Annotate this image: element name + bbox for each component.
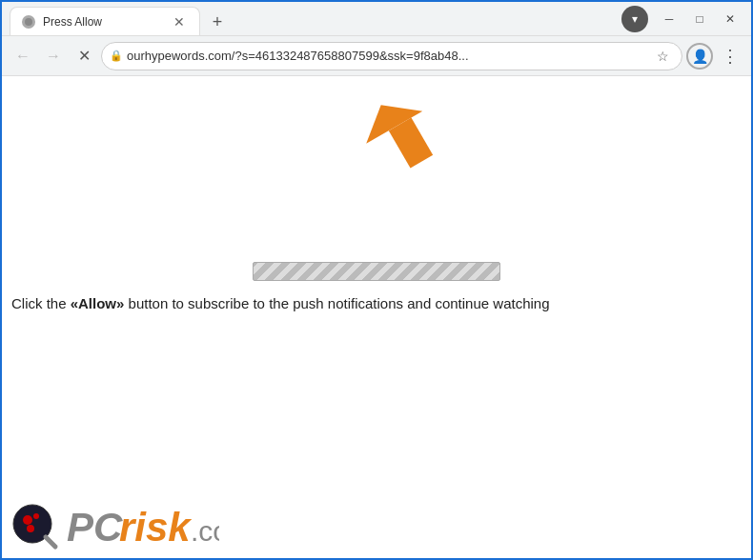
progress-bar: [253, 262, 500, 281]
title-bar: Press Allow ✕ + ─ □ ✕: [2, 2, 751, 36]
tab-close-button[interactable]: ✕: [171, 13, 188, 30]
progress-area: [253, 262, 500, 281]
back-button[interactable]: ←: [10, 43, 36, 70]
svg-text:risk: risk: [119, 505, 193, 549]
address-wrapper[interactable]: 🔒 ourhypewords.com/?s=461332487658807599…: [101, 42, 682, 70]
reload-button[interactable]: ✕: [71, 43, 97, 70]
svg-text:PC: PC: [67, 505, 123, 549]
svg-text:.com: .com: [191, 515, 219, 547]
close-button[interactable]: ✕: [717, 8, 743, 30]
pcrisk-icon: [11, 503, 59, 550]
arrow-icon: [354, 95, 468, 190]
chrome-dropdown-button[interactable]: [621, 6, 648, 32]
forward-button[interactable]: →: [40, 43, 67, 70]
tab-area: Press Allow ✕ +: [10, 2, 614, 35]
window-controls: ─ □ ✕: [656, 8, 743, 30]
profile-button[interactable]: 👤: [686, 43, 713, 70]
svg-point-4: [23, 515, 32, 525]
active-tab[interactable]: Press Allow ✕: [10, 7, 200, 35]
instruction-text: Click the «Allow» button to subscribe to…: [11, 293, 742, 315]
instruction-suffix: button to subscribe to the push notifica…: [124, 295, 549, 311]
lock-icon: 🔒: [110, 50, 123, 62]
instruction-prefix: Click the: [11, 295, 71, 311]
tab-favicon: [22, 15, 35, 29]
address-bar: ← → ✕ 🔒 ourhypewords.com/?s=461332487658…: [2, 36, 751, 76]
arrow-container: [354, 95, 468, 194]
chrome-menu-button[interactable]: ⋮: [717, 43, 743, 70]
svg-line-7: [46, 537, 55, 547]
minimize-button[interactable]: ─: [656, 8, 682, 30]
pcrisk-text: PC risk .com: [67, 501, 219, 552]
bookmark-star-icon[interactable]: ☆: [651, 45, 674, 68]
instruction-allow: «Allow»: [71, 295, 125, 311]
new-tab-button[interactable]: +: [204, 9, 231, 35]
tab-title: Press Allow: [43, 15, 163, 29]
svg-point-5: [33, 513, 39, 519]
maximize-button[interactable]: □: [686, 8, 713, 30]
page-content: Click the «Allow» button to subscribe to…: [2, 76, 751, 560]
pcrisk-logo: PC risk .com: [11, 501, 219, 552]
profile-icon: 👤: [692, 49, 708, 64]
url-display: ourhypewords.com/?s=461332487658807599&s…: [127, 49, 647, 63]
svg-point-6: [27, 525, 34, 532]
